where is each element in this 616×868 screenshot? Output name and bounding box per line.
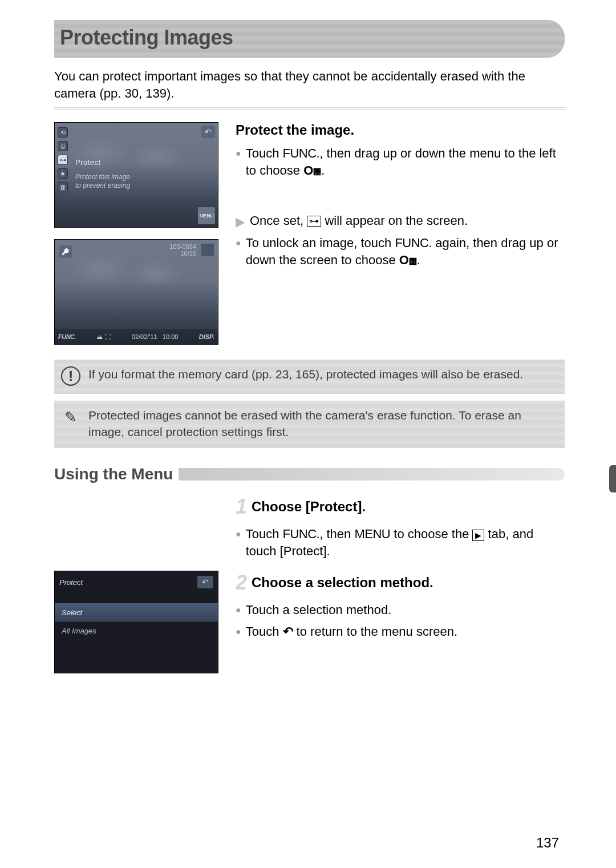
protect-off-icon: O␩ — [399, 252, 417, 269]
instruction-bullet: ● Touch ↶ to return to the menu screen. — [236, 623, 565, 640]
ss-date: 02/02/'11 — [132, 333, 157, 340]
page-number: 137 — [536, 835, 559, 851]
note-text: Protected images cannot be erased with t… — [88, 407, 556, 440]
warning-callout: ! If you format the memory card (pp. 23,… — [54, 360, 565, 394]
instruction-bullet: ● To unlock an image, touch FUNC. again,… — [236, 235, 565, 268]
playback-tab-icon: ▶ — [472, 530, 484, 541]
warning-icon: ! — [61, 366, 80, 386]
instruction-bullet: ● Touch FUNC., then drag up or down the … — [236, 145, 565, 179]
section-title: Using the Menu — [54, 465, 179, 483]
ss3-menu-item-select: Select — [55, 603, 218, 621]
ss-disp-label: DISP. — [199, 333, 214, 340]
chapter-title: Protecting Images — [60, 26, 553, 50]
ss-file-info: 100-0034 10/15 — [170, 243, 197, 257]
ss-icon-trash: 🗑 — [58, 182, 68, 192]
return-icon: ↶ — [283, 624, 293, 639]
bullet-icon: ● — [236, 147, 241, 179]
camera-screenshot-playback: 100-0034 10/15 FUNC. ⛰ ⛶ 02/02/'11 10:00… — [54, 239, 218, 345]
ss-thumbnail-icon — [201, 243, 214, 257]
intro-paragraph: You can protect important images so that… — [54, 68, 565, 102]
ss-icon-rotate: ⟲ — [58, 127, 68, 138]
step-heading-selection-method: 2Choose a selection method. — [236, 571, 565, 595]
bullet-icon: ● — [236, 528, 241, 559]
ss-icon-favorite: ★ — [58, 168, 68, 179]
ss3-menu-item-all: All Images — [55, 621, 218, 640]
section-header: Using the Menu — [54, 465, 565, 483]
ss-back-icon: ↶ — [201, 126, 215, 138]
note-icon: ✎ — [61, 407, 80, 427]
ss-protect-badge-icon — [59, 245, 72, 258]
divider — [54, 107, 565, 110]
chapter-title-bar: Protecting Images — [54, 20, 565, 58]
protect-on-icon: O␩ — [303, 162, 321, 179]
camera-screenshot-protect-menu: Protect ↶ Select All Images — [54, 571, 218, 673]
ss-menu-button: MENU — [198, 207, 215, 224]
step-number-1: 1 — [236, 495, 247, 518]
ss3-back-icon: ↶ — [197, 576, 213, 588]
protect-indicator-icon: ⊶ — [307, 216, 321, 227]
camera-screenshot-func-menu: ⟲ ⎙ ⊶ ★ 🗑 ↶ Protect Protect this image t… — [54, 122, 218, 228]
ss-gps-icon: ⛰ ⛶ — [96, 333, 111, 340]
bullet-icon: ● — [236, 625, 241, 640]
thumb-index-tab — [609, 465, 616, 492]
menu-label: MENU — [354, 527, 390, 541]
ss-func-label: FUNC. — [58, 333, 76, 340]
instruction-bullet: ● Touch a selection method. — [236, 601, 565, 619]
step-number-2: 2 — [236, 571, 247, 594]
result-arrow-icon: ▶ — [236, 213, 245, 231]
bullet-icon: ● — [236, 604, 241, 619]
ss-menu-caption: Protect this image to prevent erasing — [75, 173, 130, 189]
note-callout: ✎ Protected images cannot be erased with… — [54, 401, 565, 448]
step-heading-protect: Protect the image. — [236, 122, 565, 138]
instruction-result: ▶ Once set, ⊶ will appear on the screen. — [236, 212, 565, 231]
warning-text: If you format the memory card (pp. 23, 1… — [88, 366, 523, 382]
func-label: FUNC. — [283, 527, 320, 541]
ss-time: 10:00 — [163, 333, 179, 340]
func-label: FUNC. — [283, 146, 320, 160]
ss-icon-protect: ⊶ — [58, 155, 68, 165]
step-heading-choose-protect: 1Choose [Protect]. — [236, 495, 565, 519]
ss-icon-print: ⎙ — [58, 141, 68, 151]
func-label: FUNC. — [395, 236, 432, 250]
bullet-icon: ● — [236, 237, 241, 268]
ss-menu-label: Protect — [75, 158, 101, 167]
ss3-title: Protect — [59, 578, 83, 587]
instruction-bullet: ● Touch FUNC., then MENU to choose the ▶… — [236, 526, 565, 559]
